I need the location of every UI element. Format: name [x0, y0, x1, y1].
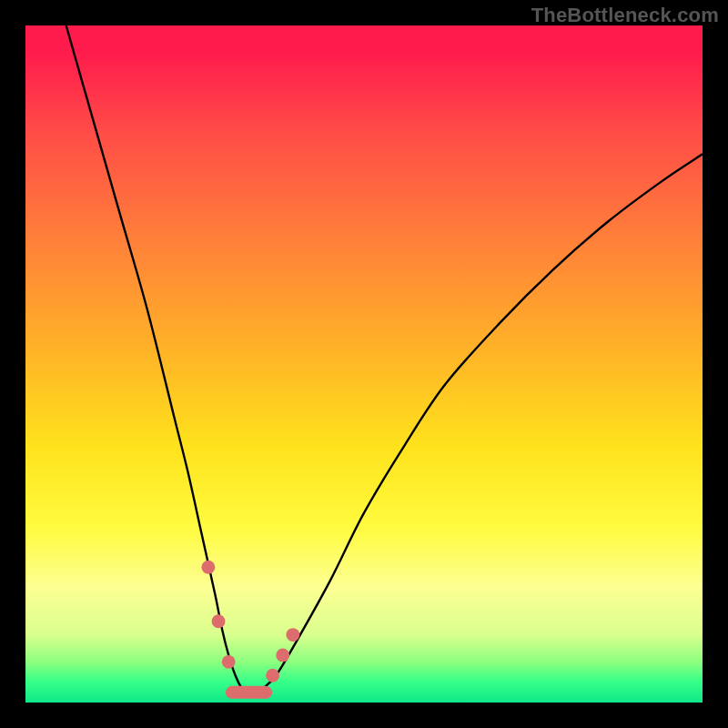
- marker-dot: [266, 669, 279, 682]
- bottleneck-curve: [66, 25, 703, 696]
- marker-dot: [286, 628, 299, 642]
- chart-frame: TheBottleneck.com: [0, 0, 728, 728]
- marker-group: [201, 561, 299, 693]
- marker-dot: [201, 561, 215, 574]
- marker-dot: [222, 655, 236, 669]
- attribution-text: TheBottleneck.com: [531, 4, 719, 27]
- marker-dot: [276, 648, 289, 662]
- plot-area: [25, 25, 703, 703]
- marker-dot: [212, 614, 226, 628]
- curve-svg: [25, 25, 703, 703]
